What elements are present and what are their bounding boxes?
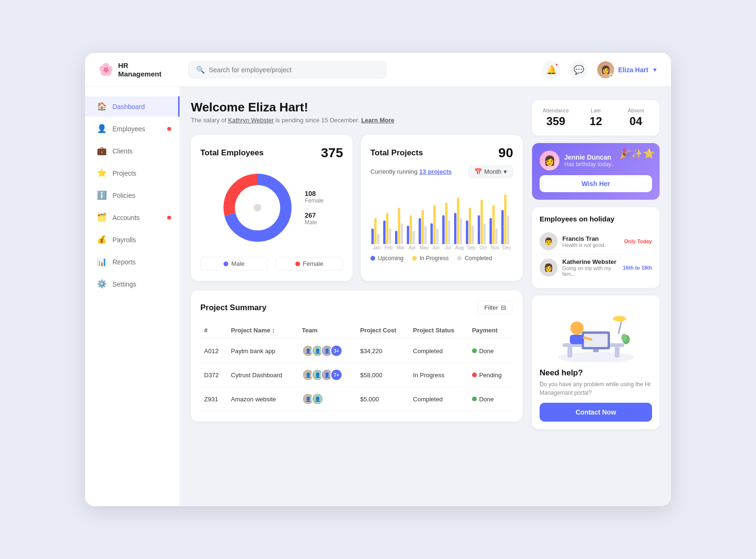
table-row: A012 Paytm bank app 👤👤👤3+ $34,220 Comple…	[200, 339, 513, 363]
absent-label: Absent	[618, 108, 654, 113]
table-column-header: #	[200, 322, 227, 339]
bar-labels: JanFebMarAprMayJunJulAugSepOctNovDec	[370, 244, 513, 250]
projects-title: Total Projects	[370, 148, 423, 158]
content-left: Welcome Eliza Hart! The salary of Kathry…	[191, 100, 523, 493]
project-status: In Progress	[409, 363, 468, 387]
male-count: 267	[305, 212, 324, 219]
payment-dot	[472, 397, 477, 401]
bar-group	[490, 205, 500, 244]
wish-button[interactable]: Wish Her	[540, 175, 652, 192]
bar-inprogress	[386, 213, 388, 244]
bar-month-label: Feb	[383, 245, 394, 250]
dashboard-nav-icon: 🏠	[96, 102, 107, 111]
bar-inprogress	[445, 203, 447, 244]
bar-upcoming	[383, 220, 386, 244]
help-illustration	[540, 303, 652, 364]
sidebar-item-settings[interactable]: ⚙️ Settings	[85, 274, 180, 294]
sidebar-item-clients[interactable]: 💼 Clients	[85, 141, 180, 161]
table-body: A012 Paytm bank app 👤👤👤3+ $34,220 Comple…	[200, 339, 513, 411]
team-avatar: 👤	[311, 393, 324, 405]
bar-group	[442, 203, 453, 244]
table-row: D372 Cytrust Dashboard 👤👤👤7+ $58,000 In …	[200, 363, 513, 387]
absent-value: 04	[618, 115, 654, 128]
bar-upcoming	[454, 213, 456, 244]
payment-dot	[472, 373, 477, 377]
sidebar-item-dashboard[interactable]: 🏠 Dashboard	[85, 96, 180, 117]
upcoming-dot	[370, 256, 375, 261]
summary-title: Project Summary	[200, 303, 266, 313]
bar-chart-wrapper: JanFebMarAprMayJunJulAugSepOctNovDec	[370, 183, 513, 250]
project-cost: $58,000	[356, 363, 409, 387]
holiday-avatar: 👩	[540, 259, 558, 277]
stat-late: Late 12	[578, 108, 614, 128]
card-header: Total Employees 375	[200, 145, 343, 161]
search-input[interactable]	[209, 66, 378, 74]
bar-completed	[495, 229, 498, 244]
projects-card-header: Total Projects 90	[370, 145, 513, 161]
project-name: Amazon website	[227, 387, 298, 411]
help-title: Need help?	[540, 368, 583, 378]
logo-text: HR Management	[118, 61, 162, 78]
svg-rect-10	[593, 349, 599, 352]
project-team: 👤👤👤7+	[298, 363, 356, 387]
holiday-tag: 16th to 18th	[623, 265, 652, 271]
bar-inprogress	[433, 205, 436, 244]
holiday-item: 👨 Francis Tran Health is not good. Only …	[540, 229, 652, 254]
holiday-list: 👨 Francis Tran Health is not good. Only …	[540, 229, 652, 280]
total-employees-card: Total Employees 375	[191, 135, 352, 281]
sidebar-item-reports[interactable]: 📊 Reports	[85, 252, 180, 272]
summary-header: Project Summary Filter ⊟	[200, 301, 513, 314]
birthday-subtitle: Has birthday today..	[564, 161, 614, 168]
running-link[interactable]: 13 projects	[419, 168, 452, 175]
sidebar-label-accounts: Accounts	[112, 214, 140, 221]
bar-inprogress	[504, 195, 507, 244]
female-dot	[295, 262, 300, 266]
bar-month-label: Aug	[454, 245, 465, 250]
message-button[interactable]: 💬	[570, 61, 588, 79]
bar-completed	[472, 226, 474, 244]
table-column-header: Project Status	[409, 322, 468, 339]
learn-more-link[interactable]: Learn More	[361, 117, 394, 124]
sidebar-item-employees[interactable]: 👤 Employees	[85, 119, 180, 139]
sidebar-item-payrolls[interactable]: 💰 Payrolls	[85, 229, 180, 250]
bar-upcoming	[371, 229, 374, 244]
legend-upcoming: Upcoming	[370, 255, 404, 262]
sidebar-item-projects[interactable]: ⭐ Projects	[85, 163, 180, 183]
holiday-avatar: 👨	[540, 232, 558, 250]
search-icon: 🔍	[196, 66, 205, 74]
bar-upcoming	[419, 218, 421, 244]
bar-chart-subheader: Currently running 13 projects 📅 Month ▾	[370, 165, 513, 178]
sidebar-item-policies[interactable]: ℹ️ Policies	[85, 185, 180, 205]
app-window: 🌸 HR Management 🔍 🔔 💬 👩 Eliza Hart	[85, 53, 671, 506]
bar-month-label: Mar	[395, 245, 406, 250]
notification-button[interactable]: 🔔	[542, 61, 560, 79]
sidebar-item-accounts[interactable]: 🗂️ Accounts	[85, 207, 180, 228]
user-profile[interactable]: 👩 Eliza Hart ▼	[597, 61, 658, 78]
project-id: D372	[200, 363, 227, 387]
bar-completed	[448, 220, 450, 244]
bar-upcoming	[442, 215, 445, 244]
bar-inprogress	[398, 208, 400, 244]
birthday-decorations: 🎉✨⭐	[619, 148, 655, 159]
holiday-info: Francis Tran Health is not good.	[562, 235, 619, 248]
bar-group	[407, 215, 418, 244]
employee-link[interactable]: Kathryn Webster	[228, 117, 274, 124]
sidebar-label-clients: Clients	[112, 147, 133, 155]
svg-point-18	[621, 334, 627, 341]
birthday-card: 👩 Jennie Duncan Has birthday today.. 🎉✨⭐…	[532, 143, 660, 200]
bar-inprogress	[481, 200, 483, 244]
month-button[interactable]: 📅 Month ▾	[468, 165, 513, 178]
sidebar-label-settings: Settings	[112, 280, 137, 288]
help-svg	[549, 305, 643, 362]
bar-inprogress	[469, 208, 471, 244]
bar-upcoming	[478, 215, 480, 244]
legend-female: Female	[275, 257, 343, 271]
main-layout: 🏠 Dashboard 👤 Employees 💼 Clients ⭐ Proj…	[85, 87, 671, 506]
project-payment: Done	[468, 339, 513, 363]
project-team: 👤👤👤3+	[298, 339, 356, 363]
filter-button[interactable]: Filter ⊟	[477, 301, 513, 314]
male-dot	[223, 262, 228, 266]
inprogress-dot	[412, 256, 417, 261]
svg-rect-6	[567, 347, 572, 357]
contact-button[interactable]: Contact Now	[540, 403, 652, 422]
